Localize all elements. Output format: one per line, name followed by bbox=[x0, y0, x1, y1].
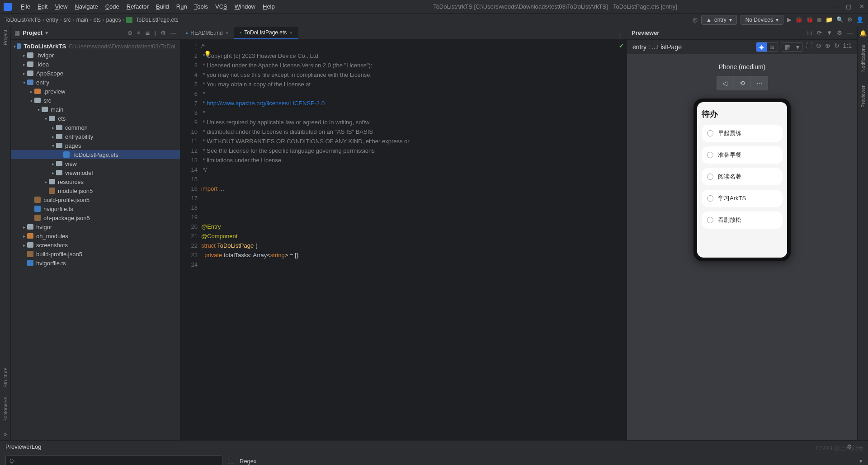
inspect-icon[interactable]: ◈ bbox=[756, 42, 767, 52]
tree-item[interactable]: ▸oh_modules bbox=[11, 231, 180, 240]
tree-item[interactable]: ▸entryability bbox=[11, 132, 180, 141]
tabs-more-icon[interactable]: ⋮ bbox=[613, 33, 627, 39]
todo-item[interactable]: 准备早餐 bbox=[702, 146, 783, 164]
menu-navigate[interactable]: Navigate bbox=[71, 1, 101, 12]
tree-item[interactable]: ▾pages bbox=[11, 141, 180, 150]
tree-item[interactable]: ▾entry bbox=[11, 78, 180, 87]
breadcrumb-item[interactable]: ToDoListArkTS bbox=[5, 17, 41, 23]
menu-window[interactable]: Window bbox=[231, 1, 259, 12]
tree-item[interactable]: ▸hvigor bbox=[11, 222, 180, 231]
grid-icon[interactable]: ▦ bbox=[782, 42, 793, 52]
breadcrumb-item[interactable]: pages bbox=[106, 17, 121, 23]
run-icon[interactable]: ▶ bbox=[787, 16, 792, 23]
tree-item[interactable]: build-profile.json5 bbox=[11, 195, 180, 204]
radio-icon[interactable] bbox=[707, 217, 713, 223]
ratio-icon[interactable]: 1:1 bbox=[843, 42, 852, 52]
log-search-input[interactable] bbox=[5, 456, 222, 465]
menu-vcs[interactable]: VCS bbox=[212, 1, 231, 12]
tree-item[interactable]: ▸viewmodel bbox=[11, 168, 180, 177]
tree-item[interactable]: oh-package.json5 bbox=[11, 213, 180, 222]
chevron-down-icon[interactable]: ▾ bbox=[45, 29, 48, 36]
rotate-icon[interactable]: ↻ bbox=[834, 42, 840, 52]
todo-item[interactable]: 阅读名著 bbox=[702, 168, 783, 185]
zoom-out-icon[interactable]: ⊖ bbox=[816, 42, 821, 52]
zoom-in-icon[interactable]: ⊕ bbox=[825, 42, 830, 52]
maximize-icon[interactable]: ▢ bbox=[846, 3, 851, 10]
radio-icon[interactable] bbox=[707, 152, 713, 158]
target-icon[interactable]: ◎ bbox=[693, 16, 698, 23]
tree-item[interactable]: ▸.hvigor bbox=[11, 51, 180, 60]
back-button[interactable]: ◁ bbox=[717, 76, 734, 90]
breadcrumb-item[interactable]: ToDoListPage.ets bbox=[136, 17, 178, 23]
menu-view[interactable]: View bbox=[51, 1, 71, 12]
phone-screen[interactable]: 待办 早起晨练准备早餐阅读名著学习ArkTS看剧放松 bbox=[697, 102, 787, 258]
todo-item[interactable]: 学习ArkTS bbox=[702, 190, 783, 207]
locate-icon[interactable]: ⊕ bbox=[127, 29, 132, 36]
tree-item[interactable]: module.json5 bbox=[11, 186, 180, 195]
tree-item[interactable]: ▸screenshots bbox=[11, 240, 180, 249]
tree-item[interactable]: ▸view bbox=[11, 159, 180, 168]
radio-icon[interactable] bbox=[707, 130, 713, 136]
tree-item[interactable]: build-profile.json5 bbox=[11, 249, 180, 258]
tool-previewer[interactable]: Previewer bbox=[860, 85, 866, 108]
code-editor[interactable]: 💡 ✔ 123456789101112131415161718192021222… bbox=[180, 40, 627, 440]
expand-all-icon[interactable]: ≡ bbox=[137, 29, 141, 36]
gear-icon[interactable]: ⚙ bbox=[847, 16, 853, 23]
menu-code[interactable]: Code bbox=[102, 1, 123, 12]
close-tab-icon[interactable]: × bbox=[289, 30, 292, 35]
fit-icon[interactable]: ⛶ bbox=[806, 42, 812, 52]
editor-tab-readme[interactable]: ▪ README.md × bbox=[180, 27, 234, 39]
stop-icon[interactable]: ◼ bbox=[817, 16, 822, 23]
gear-icon[interactable]: ⚙ bbox=[160, 29, 166, 36]
project-tree[interactable]: ▾ ToDoListArkTS C:\Users\woods\Downloads… bbox=[11, 40, 180, 440]
tool-project[interactable]: Project bbox=[3, 30, 8, 45]
close-icon[interactable]: ✕ bbox=[859, 3, 864, 10]
breadcrumb[interactable]: ToDoListArkTS› entry› src› main› ets› pa… bbox=[5, 17, 179, 23]
minimize-icon[interactable]: ― bbox=[832, 3, 838, 10]
breadcrumb-item[interactable]: entry bbox=[46, 17, 58, 23]
intention-bulb-icon[interactable]: 💡 bbox=[204, 51, 211, 57]
tool-structure[interactable]: Structure bbox=[3, 367, 8, 388]
close-tab-icon[interactable]: × bbox=[226, 30, 228, 36]
tree-item[interactable]: ▸common bbox=[11, 123, 180, 132]
code-content[interactable]: /* * Copyright (c) 2023 Huawei Device Co… bbox=[201, 40, 627, 440]
bell-icon[interactable]: 🔔 bbox=[859, 30, 867, 37]
breadcrumb-item[interactable]: main bbox=[76, 17, 88, 23]
hide-icon[interactable]: ― bbox=[847, 29, 853, 36]
tree-item[interactable]: ▾ets bbox=[11, 114, 180, 123]
menu-help[interactable]: Help bbox=[259, 1, 278, 12]
regex-checkbox[interactable] bbox=[228, 458, 234, 464]
editor-tab-todolistpage[interactable]: ▪ ToDoListPage.ets × bbox=[234, 27, 298, 39]
run-config-selector[interactable]: ▲ entry ▾ bbox=[701, 15, 737, 25]
todo-item[interactable]: 看剧放松 bbox=[702, 211, 783, 229]
tree-item[interactable]: ▾src bbox=[11, 96, 180, 105]
device-selector[interactable]: No Devices ▾ bbox=[741, 15, 783, 25]
menu-refactor[interactable]: Refactor bbox=[123, 1, 152, 12]
breadcrumb-item[interactable]: src bbox=[64, 17, 71, 23]
chevron-down-icon[interactable]: ▾ bbox=[859, 458, 863, 465]
menu-edit[interactable]: Edit bbox=[34, 1, 51, 12]
tree-item[interactable]: ToDoListPage.ets bbox=[11, 150, 180, 159]
hide-icon[interactable]: ― bbox=[170, 29, 176, 36]
tree-item[interactable]: hvigorfile.ts bbox=[11, 258, 180, 268]
tree-item[interactable]: hvigorfile.ts bbox=[11, 204, 180, 213]
tree-item[interactable]: ▸.idea bbox=[11, 60, 180, 69]
account-icon[interactable]: 👤 bbox=[856, 16, 863, 23]
refresh-icon[interactable]: ⟳ bbox=[817, 29, 822, 36]
view-mode-group[interactable]: ◈ ≋ bbox=[756, 42, 778, 52]
chevron-down-icon[interactable]: ▾ bbox=[793, 42, 802, 52]
tool-notifications[interactable]: Notifications bbox=[860, 45, 866, 72]
menu-build[interactable]: Build bbox=[152, 1, 173, 12]
tree-item[interactable]: ▸AppScope bbox=[11, 69, 180, 78]
radio-icon[interactable] bbox=[707, 174, 713, 180]
todo-item[interactable]: 早起晨练 bbox=[702, 125, 783, 142]
layout-mode-group[interactable]: ▦ ▾ bbox=[782, 42, 802, 52]
tree-item[interactable]: ▾main bbox=[11, 105, 180, 114]
collapse-icon[interactable]: » bbox=[4, 431, 7, 437]
tree-item[interactable]: ▸.preview bbox=[11, 87, 180, 96]
menu-run[interactable]: Run bbox=[173, 1, 191, 12]
tool-bookmarks[interactable]: Bookmarks bbox=[3, 397, 8, 422]
folder-icon[interactable]: 📁 bbox=[826, 16, 833, 23]
menu-tools[interactable]: Tools bbox=[191, 1, 212, 12]
filter-icon[interactable]: ▼ bbox=[826, 29, 832, 36]
